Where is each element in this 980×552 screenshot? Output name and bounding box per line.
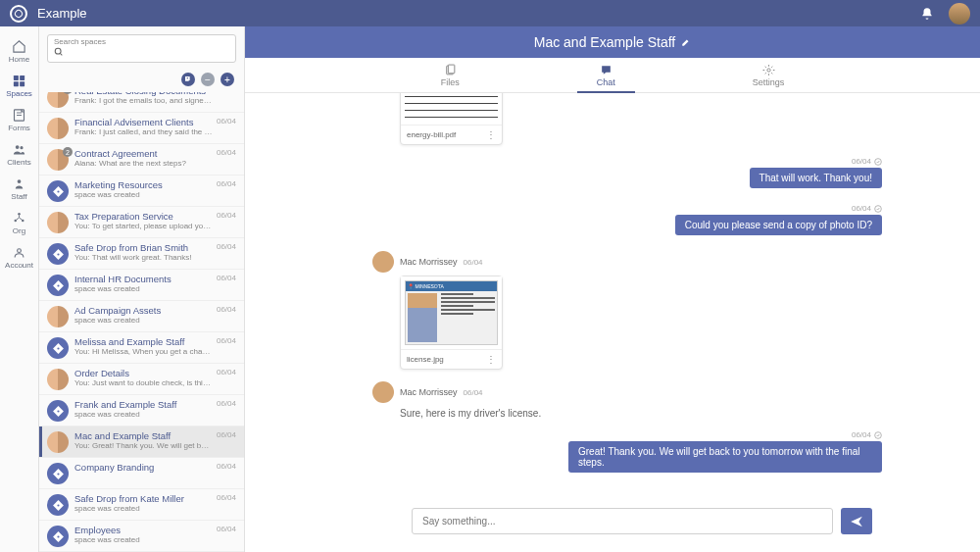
space-date: 06/04 xyxy=(217,399,236,422)
svg-point-20 xyxy=(57,504,59,506)
user-avatar[interactable] xyxy=(949,3,970,25)
nav-label: Org xyxy=(13,226,25,235)
message-author: Mac Morrissey xyxy=(400,257,458,267)
search-box[interactable]: Search spaces xyxy=(47,34,236,63)
tab-settings[interactable]: Settings xyxy=(733,58,805,92)
nav-staff[interactable]: Staff xyxy=(0,172,38,206)
space-preview: Frank: I got the emails too, and signed.… xyxy=(74,96,213,105)
message-bubble: Great! Thank you. We will get back to yo… xyxy=(568,441,882,473)
file-preview xyxy=(401,93,502,125)
space-item[interactable]: Mac and Example StaffYou: Great! Thank y… xyxy=(39,427,244,458)
space-avatar-icon xyxy=(47,526,69,547)
org-icon xyxy=(12,211,26,226)
spaces-sidebar: Search spaces − + 2Real Estate Closing D… xyxy=(39,26,245,552)
space-preview: Frank: I just called, and they said the … xyxy=(74,127,213,136)
nav-home[interactable]: Home xyxy=(0,34,38,69)
space-avatar-people xyxy=(47,212,69,233)
space-item[interactable]: Employeesspace was created06/04 xyxy=(39,521,244,552)
forms-icon xyxy=(12,108,26,123)
svg-point-15 xyxy=(57,253,59,255)
message-time: 06/04 xyxy=(852,430,882,439)
space-date: 06/04 xyxy=(217,148,236,171)
message: 06/04 Could you please send a copy of ph… xyxy=(372,204,882,239)
nav-clients[interactable]: Clients xyxy=(0,137,38,172)
space-item[interactable]: Internal HR Documentsspace was created06… xyxy=(39,270,244,301)
tab-label: Files xyxy=(441,77,460,87)
svg-rect-2 xyxy=(14,81,19,86)
chat-main: Mac and Example Staff FilesChatSettings … xyxy=(245,26,980,552)
brand-name: Example xyxy=(37,6,87,21)
edit-title-icon[interactable] xyxy=(681,37,691,47)
space-item[interactable]: Marketing Resourcesspace was created06/0… xyxy=(39,176,244,207)
search-icon xyxy=(54,47,64,57)
space-preview: You: To get started, please upload your … xyxy=(74,222,213,230)
space-date: 06/04 xyxy=(217,179,236,202)
remove-button[interactable]: − xyxy=(201,73,215,86)
add-chat-button[interactable] xyxy=(181,73,195,86)
nav-org[interactable]: Org xyxy=(0,206,38,240)
message-input[interactable] xyxy=(412,508,833,534)
svg-point-8 xyxy=(18,213,21,216)
space-item[interactable]: Melissa and Example StaffYou: Hi Melissa… xyxy=(39,332,244,364)
space-item[interactable]: 2Real Estate Closing DocumentsFrank: I g… xyxy=(39,92,244,113)
space-avatar-people xyxy=(47,118,69,139)
unread-badge: 2 xyxy=(63,147,73,157)
nav-label: Account xyxy=(5,261,33,270)
svg-point-21 xyxy=(57,535,59,537)
spaces-icon xyxy=(12,74,26,88)
space-item[interactable]: Safe Drop from Kate Millerspace was crea… xyxy=(39,489,244,521)
space-date: 06/04 xyxy=(217,117,236,139)
send-button[interactable] xyxy=(841,508,872,534)
space-item[interactable]: Frank and Example Staffspace was created… xyxy=(39,395,244,427)
space-item[interactable]: Safe Drop from Brian SmithYou: That will… xyxy=(39,238,244,270)
tab-files[interactable]: Files xyxy=(421,58,479,92)
nav-label: Clients xyxy=(7,158,30,167)
space-item[interactable]: Order DetailsYou: Just want to double ch… xyxy=(39,364,244,395)
space-item[interactable]: 2Contract AgreementAlana: What are the n… xyxy=(39,144,244,176)
file-attachment[interactable]: 📍 MINNESOTAlicense.jpg⋮ xyxy=(400,276,503,370)
spaces-list[interactable]: 2Real Estate Closing DocumentsFrank: I g… xyxy=(39,92,244,552)
composer xyxy=(245,498,980,552)
nav-rail: HomeSpacesFormsClientsStaffOrgAccount xyxy=(0,26,39,552)
space-item[interactable]: Financial Advisement ClientsFrank: I jus… xyxy=(39,113,244,144)
nav-forms[interactable]: Forms xyxy=(0,103,38,137)
space-preview: space was created xyxy=(74,316,213,325)
space-date: 06/04 xyxy=(217,274,236,296)
chat-icon xyxy=(600,64,612,76)
tab-label: Settings xyxy=(753,77,785,87)
messages-area[interactable]: Mac Morrissey06/04energy-bill.pdf⋮06/04 … xyxy=(245,93,980,498)
svg-point-5 xyxy=(16,145,20,149)
space-avatar-icon xyxy=(47,275,69,296)
space-item[interactable]: Ad Campaign Assetsspace was created06/04 xyxy=(39,301,244,332)
tab-chat[interactable]: Chat xyxy=(577,58,635,92)
file-menu-icon[interactable]: ⋮ xyxy=(486,354,496,365)
sent-check-icon xyxy=(874,431,882,439)
nav-spaces[interactable]: Spaces xyxy=(0,69,38,103)
file-name: license.jpg xyxy=(407,355,444,364)
search-input[interactable] xyxy=(68,46,229,57)
space-item[interactable]: Tax Preparation ServiceYou: To get start… xyxy=(39,207,244,238)
message: Mac Morrissey06/04📍 MINNESOTAlicense.jpg… xyxy=(372,251,882,370)
account-icon xyxy=(12,245,26,260)
svg-point-18 xyxy=(57,410,59,412)
sent-check-icon xyxy=(874,158,882,166)
space-item[interactable]: Company Branding06/04 xyxy=(39,458,244,489)
svg-point-17 xyxy=(57,347,59,349)
svg-line-13 xyxy=(60,53,62,55)
id-header: 📍 MINNESOTA xyxy=(406,281,497,291)
space-preview: space was created xyxy=(74,284,213,293)
notifications-icon[interactable] xyxy=(920,7,934,21)
file-menu-icon[interactable]: ⋮ xyxy=(486,129,496,140)
svg-rect-23 xyxy=(448,65,455,74)
add-button[interactable]: + xyxy=(220,73,234,86)
brand-logo[interactable] xyxy=(10,5,27,23)
message: 06/04 Great! Thank you. We will get back… xyxy=(372,430,882,477)
nav-account[interactable]: Account xyxy=(0,240,38,275)
space-preview: You: Just want to double check, is this … xyxy=(74,378,213,387)
space-name: Employees xyxy=(74,525,213,535)
space-date: 06/04 xyxy=(217,525,236,547)
space-name: Company Branding xyxy=(74,462,213,473)
space-date: 06/04 xyxy=(217,305,236,327)
file-attachment[interactable]: energy-bill.pdf⋮ xyxy=(400,93,503,145)
space-preview: You: That will work great. Thanks! xyxy=(74,253,213,262)
